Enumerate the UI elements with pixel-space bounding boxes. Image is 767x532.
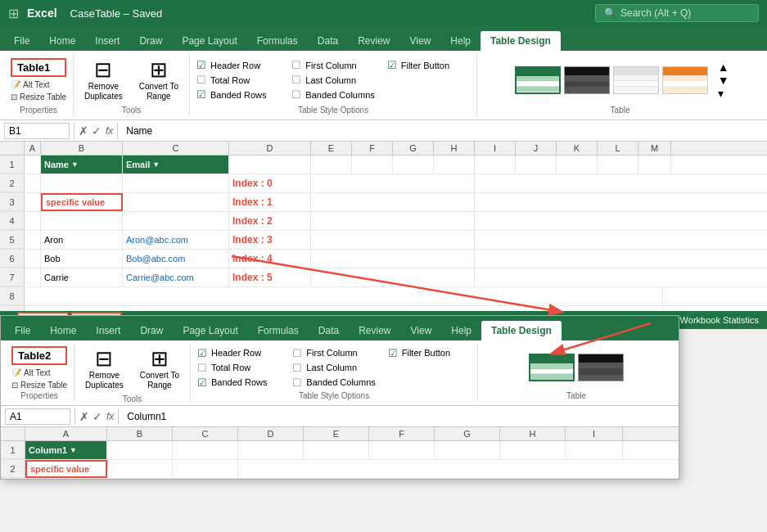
header-row-option-b[interactable]: ☑ Header Row bbox=[197, 347, 280, 359]
banded-columns-option[interactable]: ☐ Banded Columns bbox=[291, 88, 374, 101]
remove-duplicates-btn[interactable]: ⊟ RemoveDuplicates bbox=[80, 56, 127, 104]
cell-C3[interactable] bbox=[123, 193, 229, 211]
banded-columns-option-b[interactable]: ☐ Banded Columns bbox=[292, 376, 375, 389]
remove-duplicates-btn-b[interactable]: ⊟ RemoveDuplicates bbox=[81, 345, 128, 393]
cell-B5[interactable]: Aron bbox=[41, 231, 123, 249]
tab-view-b[interactable]: View bbox=[401, 321, 442, 340]
filter-button-option[interactable]: ☑ Filter Button bbox=[387, 59, 470, 71]
style-dark-b[interactable] bbox=[578, 354, 624, 381]
resize-table-btn-b[interactable]: ⊡ Resize Table bbox=[11, 381, 67, 390]
cell-G1[interactable] bbox=[393, 156, 434, 174]
col-E[interactable]: E bbox=[311, 142, 352, 155]
col-G[interactable]: G bbox=[393, 142, 434, 155]
filter-button-option-b[interactable]: ☑ Filter Button bbox=[388, 347, 471, 359]
col-Bb[interactable]: B bbox=[107, 427, 173, 440]
gallery-scroll[interactable]: ▲ ▼ ▾ bbox=[718, 61, 729, 100]
alt-text-btn[interactable]: 📝 Alt Text bbox=[11, 80, 66, 89]
cell-B2[interactable] bbox=[41, 174, 123, 192]
col-Ab[interactable]: A bbox=[25, 427, 107, 440]
tab-view[interactable]: View bbox=[400, 31, 441, 51]
col-Eb[interactable]: E bbox=[304, 427, 369, 440]
tab-review-b[interactable]: Review bbox=[349, 321, 400, 340]
cell-G1-b[interactable] bbox=[435, 441, 500, 459]
tab-help-b[interactable]: Help bbox=[441, 321, 481, 340]
cell-B6[interactable]: Bob bbox=[41, 250, 123, 268]
gallery-up-icon[interactable]: ▲ bbox=[718, 61, 729, 74]
total-row-option[interactable]: ☐ Total Row bbox=[196, 74, 279, 86]
col-Hb[interactable]: H bbox=[500, 427, 566, 440]
tab-table-design-b[interactable]: Table Design bbox=[481, 321, 562, 340]
search-box[interactable]: 🔍 Search (Alt + Q) bbox=[595, 4, 759, 22]
cell-H1-b[interactable] bbox=[500, 441, 566, 459]
gallery-more-icon[interactable]: ▾ bbox=[718, 87, 729, 100]
cell-A2-b-specific[interactable]: specific value bbox=[25, 460, 107, 478]
cell-F1[interactable] bbox=[352, 156, 393, 174]
cell-A6[interactable] bbox=[25, 250, 41, 268]
cell-K1[interactable] bbox=[557, 156, 598, 174]
cell-E4[interactable] bbox=[311, 212, 475, 230]
col-A[interactable]: A bbox=[25, 142, 41, 155]
tab-table-design[interactable]: Table Design bbox=[481, 31, 561, 51]
cell-D1[interactable] bbox=[229, 156, 311, 174]
tab-formulas-b[interactable]: Formulas bbox=[248, 321, 309, 340]
col-D[interactable]: D bbox=[229, 142, 311, 155]
cell-D4-index2[interactable]: Index : 2 bbox=[229, 212, 311, 230]
resize-table-btn[interactable]: ⊡ Resize Table bbox=[11, 92, 66, 101]
banded-rows-option[interactable]: ☑ Banded Rows bbox=[196, 88, 279, 101]
tab-insert-b[interactable]: Insert bbox=[86, 321, 130, 340]
col-B[interactable]: B bbox=[41, 142, 123, 155]
tab-draw-b[interactable]: Draw bbox=[130, 321, 173, 340]
col-M[interactable]: M bbox=[638, 142, 671, 155]
last-column-option[interactable]: ☐ Last Column bbox=[291, 74, 374, 86]
cell-C6[interactable]: Bob@abc.com bbox=[123, 250, 229, 268]
cell-E2[interactable] bbox=[311, 174, 475, 192]
table-name-box-top[interactable]: Table1 bbox=[11, 58, 66, 77]
tab-insert[interactable]: Insert bbox=[85, 31, 129, 51]
tab-help[interactable]: Help bbox=[440, 31, 481, 51]
style-thumb-orange[interactable] bbox=[662, 66, 708, 94]
cell-B3-specific[interactable]: specific value bbox=[41, 193, 123, 211]
cell-E5[interactable] bbox=[311, 231, 475, 249]
style-green-b[interactable] bbox=[529, 354, 575, 381]
banded-rows-option-b[interactable]: ☑ Banded Rows bbox=[197, 376, 280, 389]
convert-to-range-btn-b[interactable]: ⊞ Convert ToRange bbox=[136, 345, 183, 393]
cell-B4[interactable] bbox=[41, 212, 123, 230]
banded-columns-checkbox[interactable]: ☐ bbox=[291, 88, 301, 101]
cell-B1[interactable]: Name ▼ bbox=[41, 156, 123, 174]
cell-D7-index5[interactable]: Index : 5 bbox=[229, 268, 311, 286]
total-row-checkbox[interactable]: ☐ bbox=[196, 74, 206, 86]
cell-C1-b[interactable] bbox=[173, 441, 238, 459]
cell-B8[interactable] bbox=[25, 287, 663, 305]
cell-E7[interactable] bbox=[311, 268, 475, 286]
tab-data-b[interactable]: Data bbox=[309, 321, 349, 340]
cell-I1[interactable] bbox=[475, 156, 516, 174]
cell-C4[interactable] bbox=[123, 212, 229, 230]
gallery-down-icon[interactable]: ▼ bbox=[718, 74, 729, 87]
tab-formulas[interactable]: Formulas bbox=[247, 31, 308, 51]
tab-draw[interactable]: Draw bbox=[129, 31, 172, 51]
total-row-option-b[interactable]: ☐ Total Row bbox=[197, 362, 280, 374]
cell-I1-b[interactable] bbox=[566, 441, 623, 459]
last-column-option-b[interactable]: ☐ Last Column bbox=[292, 362, 375, 374]
last-column-checkbox[interactable]: ☐ bbox=[291, 74, 301, 86]
convert-to-range-btn[interactable]: ⊞ Convert ToRange bbox=[135, 56, 183, 104]
cell-E3[interactable] bbox=[311, 193, 475, 211]
cell-A2[interactable] bbox=[25, 174, 41, 192]
col-K[interactable]: K bbox=[557, 142, 598, 155]
tab-page-layout[interactable]: Page Layout bbox=[172, 31, 246, 51]
table-name-box-bottom[interactable]: Table2 bbox=[11, 346, 67, 365]
tab-page-layout-b[interactable]: Page Layout bbox=[173, 321, 247, 340]
col-C[interactable]: C bbox=[123, 142, 229, 155]
col-Fb[interactable]: F bbox=[369, 427, 435, 440]
cell-D5-index3[interactable]: Index : 3 bbox=[229, 231, 311, 249]
name-box-bottom[interactable] bbox=[5, 408, 70, 425]
dropdown-arrow-C1[interactable]: ▼ bbox=[152, 160, 160, 169]
cell-B1-b[interactable] bbox=[107, 441, 173, 459]
cell-E6[interactable] bbox=[311, 250, 475, 268]
col-Ib[interactable]: I bbox=[566, 427, 623, 440]
cell-A1[interactable] bbox=[25, 156, 41, 174]
cell-A4[interactable] bbox=[25, 212, 41, 230]
cell-J1[interactable] bbox=[516, 156, 557, 174]
header-row-option[interactable]: ☑ Header Row bbox=[196, 59, 279, 71]
col-I[interactable]: I bbox=[475, 142, 516, 155]
